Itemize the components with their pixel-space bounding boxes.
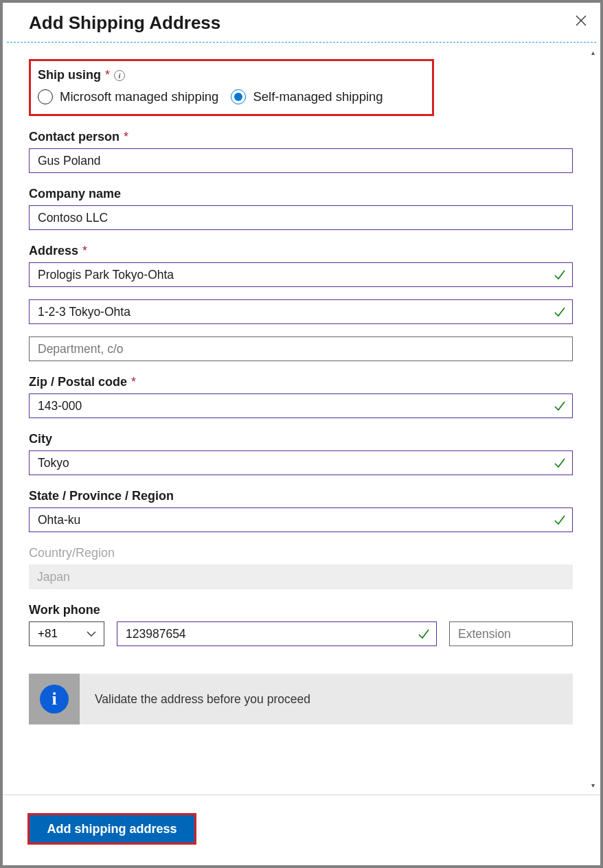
checkmark-icon: [418, 628, 430, 640]
state-input[interactable]: [29, 507, 573, 532]
form-scroll-area: ▴ ▾ Ship using * i Microsoft managed shi…: [3, 43, 600, 795]
radio-label-self: Self-managed shipping: [253, 89, 383, 104]
panel-title: Add Shipping Address: [29, 12, 220, 34]
country-label: Country/Region: [29, 546, 573, 560]
company-name-input[interactable]: [29, 205, 573, 230]
info-icon[interactable]: i: [114, 70, 125, 81]
phone-country-code-value: +81: [38, 627, 58, 641]
scroll-down-arrow-icon[interactable]: ▾: [587, 779, 598, 790]
city-input[interactable]: [29, 450, 573, 475]
close-button[interactable]: [573, 12, 589, 29]
phone-country-code-dropdown[interactable]: +81: [29, 621, 104, 646]
close-icon: [575, 14, 587, 27]
ship-using-label: Ship using * i: [38, 68, 421, 82]
checkmark-icon: [554, 457, 566, 469]
checkmark-icon: [554, 400, 566, 412]
add-shipping-address-panel: Add Shipping Address ▴ ▾ Ship using * i …: [3, 3, 600, 865]
submit-highlight: Add shipping address: [27, 813, 196, 845]
address-line3-input[interactable]: [29, 336, 573, 361]
banner-message: Validate the address before you proceed: [80, 674, 310, 724]
add-shipping-address-button[interactable]: Add shipping address: [30, 815, 194, 843]
checkmark-icon: [554, 514, 566, 526]
phone-extension-input[interactable]: [449, 621, 573, 646]
checkmark-icon: [554, 306, 566, 318]
work-phone-label: Work phone: [29, 603, 573, 617]
radio-unchecked-icon: [38, 89, 53, 104]
required-asterisk: *: [82, 244, 87, 258]
ship-using-section: Ship using * i Microsoft managed shippin…: [29, 59, 434, 116]
required-asterisk: *: [124, 130, 128, 144]
info-icon: i: [40, 685, 69, 713]
required-asterisk: *: [131, 375, 136, 389]
city-label: City: [29, 432, 573, 446]
company-name-label: Company name: [29, 187, 573, 201]
checkmark-icon: [554, 269, 566, 281]
phone-number-input[interactable]: [117, 621, 437, 646]
radio-microsoft-managed[interactable]: Microsoft managed shipping: [38, 89, 218, 104]
state-label: State / Province / Region: [29, 489, 573, 503]
chevron-down-icon: [86, 628, 97, 639]
validate-address-banner: i Validate the address before you procee…: [29, 674, 573, 724]
zip-input[interactable]: [29, 393, 573, 418]
panel-header: Add Shipping Address: [3, 3, 600, 42]
info-icon-box: i: [29, 674, 80, 724]
contact-person-input[interactable]: [29, 148, 573, 173]
radio-self-managed[interactable]: Self-managed shipping: [231, 89, 383, 104]
scroll-up-arrow-icon[interactable]: ▴: [587, 47, 598, 58]
panel-footer: Add shipping address: [3, 795, 600, 865]
zip-label: Zip / Postal code*: [29, 375, 573, 389]
contact-person-label: Contact person*: [29, 130, 573, 144]
vertical-scrollbar[interactable]: ▴ ▾: [587, 47, 598, 790]
radio-label-managed: Microsoft managed shipping: [60, 89, 218, 104]
address-line1-input[interactable]: [29, 262, 573, 287]
country-input: [29, 564, 573, 589]
ship-using-text: Ship using: [38, 68, 101, 82]
required-asterisk: *: [105, 68, 110, 82]
radio-checked-icon: [231, 89, 246, 104]
address-line2-input[interactable]: [29, 299, 573, 324]
address-label: Address*: [29, 244, 573, 258]
